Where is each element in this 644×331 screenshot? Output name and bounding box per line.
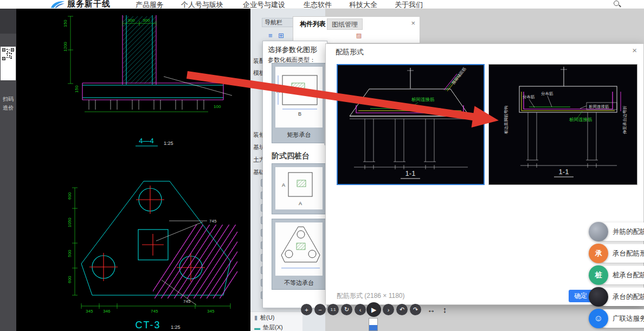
next-button[interactable]: › <box>383 304 394 315</box>
rebar-label-vertical: 桩边直脚筋弯钩 <box>504 106 508 135</box>
rebar-label: 桩间连接筋 <box>589 104 609 109</box>
card-triangle-cap[interactable]: 不等边承台 <box>272 219 326 290</box>
menu-item-3[interactable]: 企业号与建设 <box>243 0 285 10</box>
chat-bubble-label: 桩承台配筋 <box>613 271 644 280</box>
item-label: 桩(U) <box>260 314 274 322</box>
card-label: 不等边承台 <box>272 279 326 287</box>
tab-label: 图纸管理 <box>332 21 358 28</box>
chat-bubble-3[interactable]: 桩承台配筋 桩 <box>589 265 644 285</box>
group-header: 阶式四桩台 <box>272 151 310 161</box>
qr-caption-line1: 扫码 <box>0 96 16 103</box>
menu-item-2[interactable]: 个人号与版块 <box>181 0 223 10</box>
image-caption: 配筋形式 (2186 × 1180) <box>337 291 405 301</box>
pile-icon: ▮ <box>254 314 257 321</box>
chat-bubble-1[interactable]: 并筋的配筋 <box>589 222 644 241</box>
dialog-title: 配筋形式 <box>336 47 364 57</box>
cad-viewport[interactable]: 300 300 1200 150 150 <box>16 9 250 331</box>
section-scale: 1:25 <box>164 141 173 146</box>
dim-label: 600 <box>67 192 72 200</box>
menu-item-5[interactable]: 科技大全 <box>349 0 377 10</box>
qr-code <box>1 47 16 80</box>
tab-component-list[interactable]: 构件列表 <box>295 18 330 30</box>
brand-logo-text: 服务新干线 <box>67 0 111 9</box>
list-view-icon[interactable]: ≡ <box>268 31 273 40</box>
actual-size-button[interactable]: 1:1 <box>327 304 339 315</box>
service-avatar: ☺ <box>589 309 608 328</box>
dim-b-label: B <box>298 111 301 117</box>
brand-logo-icon <box>50 0 65 9</box>
dim-a-label: A <box>276 88 280 94</box>
zoom-in-button[interactable]: + <box>301 304 312 315</box>
chat-bubble-2[interactable]: 承台配筋形式 承 <box>589 244 644 263</box>
prev-button[interactable]: ‹ <box>355 304 366 315</box>
screenshot-thumbnail[interactable] <box>369 318 378 331</box>
redo-button[interactable]: ↷ <box>410 304 421 315</box>
menu-item-1[interactable]: 产品服务 <box>136 0 164 10</box>
dim-label: 500 <box>67 250 72 257</box>
dim-a-label: A <box>299 201 302 206</box>
cushion-icon: ▬ <box>254 324 260 331</box>
sidebar-top-block <box>0 9 16 34</box>
dim-label: 1050 <box>67 218 72 227</box>
rebar-label-vertical: 伸至承台边弯折 <box>622 105 627 135</box>
dim-label: 346 <box>103 309 111 314</box>
card-stepped-cap[interactable]: A A <box>272 163 326 214</box>
nav-panel-title: 导航栏 <box>265 18 282 27</box>
card-rect-cap[interactable]: A B 矩形承台 <box>272 63 326 143</box>
chat-bubble-4[interactable]: 承台的配筋 <box>589 287 644 307</box>
card-label: 矩形承台 <box>272 131 326 139</box>
play-button[interactable]: ▶ <box>366 302 381 317</box>
section-drawing: 300 300 1200 150 150 <box>63 15 232 146</box>
rebar-label-green: 桩间连接筋 <box>411 97 435 102</box>
undo-button[interactable]: ↶ <box>396 304 408 315</box>
chat-bubble-label: 广联达服务- <box>613 314 644 323</box>
chat-bubble-label: 承台的配筋 <box>613 292 644 302</box>
tab-drawing-management[interactable]: 图纸管理 <box>327 18 363 30</box>
menu-item-4[interactable]: 生态软件 <box>304 0 332 10</box>
chat-bubble-5[interactable]: 广联达服务- ☺ <box>589 309 644 328</box>
component-type-list: ▮桩(U) ▬垫层(X) <box>250 311 302 331</box>
dim-label: 600 <box>67 276 72 283</box>
fit-width-button[interactable]: ↔ <box>426 304 437 315</box>
rebar-preview-alt[interactable]: 分布筋 分布筋 桩间连接筋 桩间连接筋 桩边直脚筋弯钩 伸至承台边弯折 1-1 <box>488 64 637 185</box>
tab-label: 构件列表 <box>300 20 326 28</box>
search-icon[interactable] <box>614 1 621 8</box>
dim-label: 345 <box>207 309 215 314</box>
chat-avatar: 承 <box>589 244 608 263</box>
dim-label: 150 <box>63 20 68 27</box>
dim-label: 345 <box>86 309 93 314</box>
brand-logo[interactable]: 服务新干线 <box>50 0 111 9</box>
grid-view-icon[interactable]: ⊞ <box>278 31 284 40</box>
close-icon[interactable]: × <box>632 46 637 55</box>
preview-caption: 1-1 <box>405 169 416 177</box>
close-icon[interactable]: × <box>411 19 415 27</box>
rebar-label: 预留锚固筋 <box>450 66 467 85</box>
parametric-graphics-dialog: 选择参数化图形 参数化截面类型： A B 矩形承台 阶式四桩台 <box>262 41 327 308</box>
dim-label: 150 <box>74 85 79 93</box>
menu-item-pile[interactable]: ▮桩(U) <box>254 314 274 322</box>
leader-label: 745 <box>209 219 217 224</box>
qr-sidebar: 扫码 造价 <box>0 9 16 331</box>
rebar-preview-selected[interactable]: 预留锚固筋 桩间连接筋 1-1 <box>337 64 485 185</box>
menu-item-cushion[interactable]: ▬垫层(X) <box>254 323 283 331</box>
dim-label: 300 <box>143 18 150 23</box>
chat-bubble-label: 承台配筋形式 <box>613 249 644 258</box>
zoom-out-button[interactable]: − <box>314 304 326 315</box>
rebar-label-green: 桩间连接筋 <box>569 117 593 122</box>
chat-avatar: 桩 <box>589 265 608 285</box>
rebar-label: 分布筋 <box>541 91 553 96</box>
top-navbar: 服务新干线 产品服务 个人号与版块 企业号与建设 生态软件 科技大全 关于我们 <box>0 0 644 9</box>
rotate-button[interactable]: ↻ <box>341 304 352 315</box>
media-controls: + − 1:1 ↻ ‹ ▶ › ↶ ↷ ↔ ↕ <box>299 300 456 320</box>
plan-drawing: 745 745 600 1050 500 600 345 346 <box>67 181 250 330</box>
menu-item-6[interactable]: 关于我们 <box>395 0 423 10</box>
chat-avatar <box>589 222 608 241</box>
qr-caption-line2: 造价 <box>0 104 16 112</box>
section-title: 4—4 <box>139 137 153 145</box>
dim-label: 1200 <box>63 42 68 52</box>
card-drawing: A A <box>275 167 323 209</box>
dim-label: 300 <box>127 18 135 23</box>
rebar-label: 分布筋 <box>523 94 535 99</box>
fit-height-button[interactable]: ↕ <box>439 304 450 315</box>
cad-canvas: 300 300 1200 150 150 <box>16 9 250 331</box>
